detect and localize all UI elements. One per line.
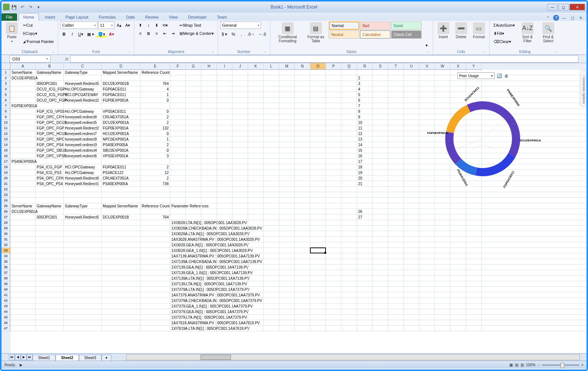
cell[interactable]: DCU2_ICG_FGP: [36, 86, 64, 92]
cell[interactable]: [186, 187, 201, 192]
cell[interactable]: [141, 265, 170, 270]
cell[interactable]: [279, 326, 295, 331]
cell[interactable]: [201, 270, 217, 275]
font-color-button[interactable]: A▾: [108, 30, 116, 38]
cell[interactable]: [326, 214, 341, 220]
cell[interactable]: honeywell.redirect4: [64, 148, 102, 153]
new-sheet-button[interactable]: ✦: [102, 355, 111, 361]
row-header[interactable]: 12: [1, 131, 10, 137]
cell[interactable]: [264, 120, 279, 125]
row-header[interactable]: 32: [1, 242, 10, 248]
view-layout-button[interactable]: ▤: [515, 363, 518, 367]
cell[interactable]: 7: [357, 103, 373, 108]
cell[interactable]: [201, 287, 217, 292]
cell[interactable]: [295, 103, 310, 108]
cell[interactable]: [357, 226, 373, 231]
cell[interactable]: [264, 309, 279, 314]
align-bottom-button[interactable]: ⬇: [153, 22, 160, 29]
cell[interactable]: [232, 203, 248, 209]
cell[interactable]: [217, 153, 232, 158]
cell[interactable]: [64, 276, 102, 281]
row-header[interactable]: 36: [1, 265, 10, 270]
cell[interactable]: [264, 287, 279, 292]
cell[interactable]: [264, 298, 279, 303]
cell[interactable]: [141, 75, 170, 81]
cell[interactable]: [341, 75, 357, 81]
cell[interactable]: [373, 175, 388, 181]
cell[interactable]: [419, 320, 435, 325]
cell[interactable]: [404, 265, 419, 270]
cell[interactable]: 1: [141, 92, 170, 97]
cell[interactable]: [326, 226, 341, 231]
column-header-S[interactable]: S: [373, 63, 388, 70]
cell[interactable]: [102, 309, 141, 314]
cell[interactable]: [264, 237, 279, 242]
cell[interactable]: Mapped ServerName: [102, 203, 141, 209]
cell[interactable]: [10, 259, 36, 264]
cell[interactable]: [186, 242, 201, 247]
cell[interactable]: [10, 187, 36, 192]
sort-filter-button[interactable]: A↓ZSort & Filter: [518, 22, 537, 44]
cell[interactable]: [373, 276, 388, 281]
chart-refresh-icon[interactable]: 🔄: [497, 73, 502, 78]
cell[interactable]: [232, 148, 248, 153]
cell[interactable]: [264, 203, 279, 209]
comma-button[interactable]: ,: [238, 30, 245, 38]
grow-font-button[interactable]: A▴: [115, 22, 123, 29]
cell[interactable]: DCU2EXP001A: [102, 120, 141, 125]
cell[interactable]: [264, 209, 279, 214]
cell[interactable]: [201, 142, 217, 147]
cell[interactable]: [326, 198, 341, 203]
cell[interactable]: [217, 98, 232, 103]
cell[interactable]: [170, 109, 186, 114]
cell[interactable]: [248, 114, 264, 119]
cell[interactable]: PS3ACE122: [102, 170, 141, 175]
cell[interactable]: [248, 125, 264, 131]
cell[interactable]: [310, 170, 326, 175]
cell[interactable]: [341, 120, 357, 125]
cell[interactable]: [102, 220, 141, 225]
cell[interactable]: [466, 315, 482, 320]
cell[interactable]: [36, 270, 64, 275]
cell[interactable]: [64, 198, 102, 203]
cell[interactable]: [201, 86, 217, 92]
cell[interactable]: [186, 281, 201, 286]
cell[interactable]: [10, 303, 36, 309]
cell[interactable]: [279, 192, 295, 197]
style-calculation[interactable]: Calculation: [360, 30, 390, 39]
cell[interactable]: [10, 181, 36, 186]
cell[interactable]: 1XI7139.GEA.IN[1] : 005OPC001.1AA7139.PV: [170, 265, 186, 270]
cell[interactable]: [186, 103, 201, 108]
fill-color-button[interactable]: 🪣▾: [96, 30, 107, 38]
cell[interactable]: [341, 86, 357, 92]
cell[interactable]: [279, 237, 295, 242]
cell[interactable]: Honeywell.Redirect2: [64, 125, 102, 131]
cell[interactable]: [310, 131, 326, 136]
cell[interactable]: [36, 303, 64, 309]
cell[interactable]: [357, 265, 373, 270]
cell[interactable]: [326, 231, 341, 236]
cell[interactable]: [435, 237, 450, 242]
cell[interactable]: [264, 109, 279, 114]
chart-print-icon[interactable]: 🖨: [504, 73, 508, 78]
cell[interactable]: [201, 75, 217, 81]
cell[interactable]: [388, 265, 404, 270]
cell[interactable]: [141, 209, 170, 214]
cell[interactable]: [248, 103, 264, 108]
shrink-font-button[interactable]: A▾: [124, 22, 132, 29]
cell[interactable]: [310, 137, 326, 142]
cell[interactable]: [264, 75, 279, 81]
cell[interactable]: [388, 281, 404, 286]
cell[interactable]: [404, 209, 419, 214]
cell[interactable]: 0: [141, 148, 170, 153]
cell[interactable]: 4: [141, 86, 170, 92]
cell[interactable]: [450, 281, 466, 286]
cell[interactable]: [264, 270, 279, 275]
cell[interactable]: [232, 320, 248, 325]
cell[interactable]: [295, 326, 310, 331]
italic-button[interactable]: I: [69, 30, 76, 38]
cell[interactable]: [248, 298, 264, 303]
cell[interactable]: [279, 153, 295, 158]
cell[interactable]: [419, 281, 435, 286]
cell[interactable]: [36, 159, 64, 164]
